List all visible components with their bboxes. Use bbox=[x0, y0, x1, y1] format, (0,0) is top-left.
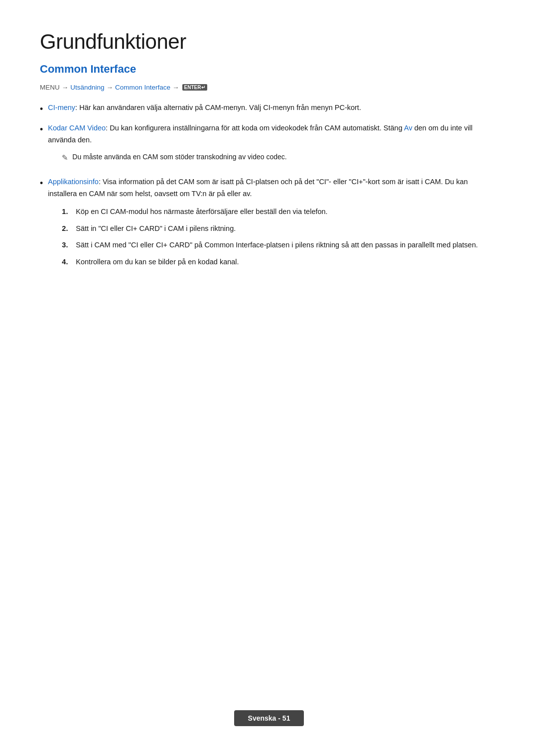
breadcrumb-enter: ENTER↵ bbox=[182, 84, 207, 91]
av-link[interactable]: Av bbox=[404, 124, 412, 132]
numbered-item: 4. Kontrollera om du kan se bilder på en… bbox=[62, 256, 498, 268]
step-3-text: Sätt i CAM med "CI eller CI+ CARD" på Co… bbox=[76, 239, 478, 251]
step-2-text: Sätt in "CI eller CI+ CARD" i CAM i pile… bbox=[76, 223, 236, 235]
bullet-1-text: : Här kan användaren välja alternativ på… bbox=[75, 104, 361, 111]
applikationsinfo-link[interactable]: Applikationsinfo bbox=[48, 178, 99, 186]
num-label: 2. bbox=[62, 223, 72, 235]
numbered-item: 3. Sätt i CAM med "CI eller CI+ CARD" på… bbox=[62, 239, 498, 251]
breadcrumb-arrow-1: → bbox=[62, 84, 69, 91]
ci-meny-link[interactable]: CI-meny bbox=[48, 104, 75, 111]
breadcrumb-arrow-2: → bbox=[107, 84, 114, 91]
page-footer: Svenska - 51 bbox=[0, 710, 538, 726]
numbered-item: 2. Sätt in "CI eller CI+ CARD" i CAM i p… bbox=[62, 223, 498, 235]
breadcrumb-menu: MENU bbox=[40, 84, 60, 91]
bullet-text-2: Kodar CAM Video: Du kan konfigurera inst… bbox=[48, 122, 498, 169]
bullet-dot: • bbox=[40, 103, 43, 115]
step-1-text: Köp en CI CAM-modul hos närmaste återför… bbox=[76, 206, 327, 218]
bullet-text-3: Applikationsinfo: Visa information på de… bbox=[48, 176, 498, 274]
list-item: • Applikationsinfo: Visa information på … bbox=[40, 176, 498, 274]
page-title: Grundfunktioner bbox=[40, 30, 498, 54]
breadcrumb-arrow-3: → bbox=[172, 84, 179, 91]
footer-badge: Svenska - 51 bbox=[234, 710, 304, 726]
note-icon: ✎ bbox=[62, 152, 68, 164]
num-label: 4. bbox=[62, 256, 72, 268]
numbered-item: 1. Köp en CI CAM-modul hos närmaste åter… bbox=[62, 206, 498, 218]
content-area: • CI-meny: Här kan användaren välja alte… bbox=[40, 102, 498, 273]
bullet-3-text: : Visa information på det CAM som är isa… bbox=[48, 178, 468, 198]
num-label: 3. bbox=[62, 239, 72, 251]
note-text: Du måste använda en CAM som stöder trans… bbox=[72, 151, 498, 163]
step-4-text: Kontrollera om du kan se bilder på en ko… bbox=[76, 256, 239, 268]
kodar-cam-video-link[interactable]: Kodar CAM Video bbox=[48, 124, 106, 132]
bullet-dot: • bbox=[40, 123, 43, 136]
bullet-2-text-part1: : Du kan konfigurera inställningarna för… bbox=[106, 124, 404, 132]
breadcrumb: MENU → Utsändning → Common Interface → E… bbox=[40, 84, 498, 91]
section-title: Common Interface bbox=[40, 63, 498, 76]
list-item: • CI-meny: Här kan användaren välja alte… bbox=[40, 102, 498, 115]
bullet-text-1: CI-meny: Här kan användaren välja altern… bbox=[48, 102, 498, 114]
bullet-dot: • bbox=[40, 177, 43, 190]
bullet-list: • CI-meny: Här kan användaren välja alte… bbox=[40, 102, 498, 273]
breadcrumb-item-1[interactable]: Utsändning bbox=[70, 84, 104, 91]
breadcrumb-item-2[interactable]: Common Interface bbox=[115, 84, 170, 91]
numbered-list: 1. Köp en CI CAM-modul hos närmaste åter… bbox=[62, 206, 498, 269]
note-block: ✎ Du måste använda en CAM som stöder tra… bbox=[62, 151, 498, 164]
num-label: 1. bbox=[62, 206, 72, 218]
list-item: • Kodar CAM Video: Du kan konfigurera in… bbox=[40, 122, 498, 169]
